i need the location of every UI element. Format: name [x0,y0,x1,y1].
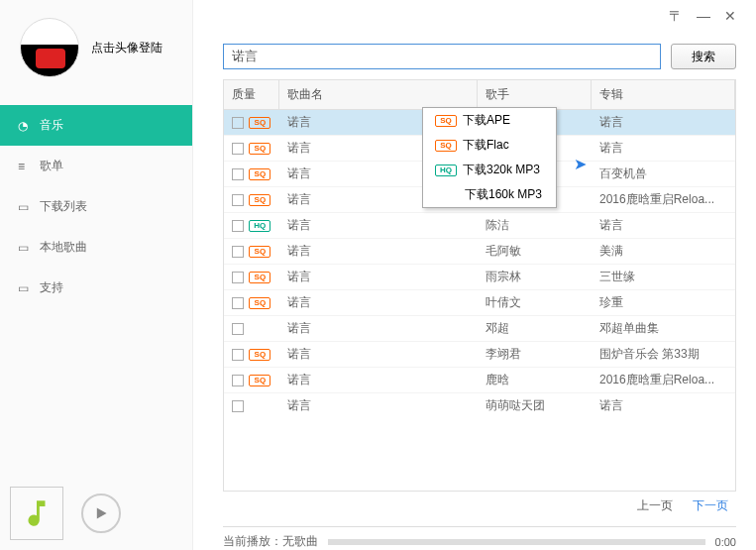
table-row[interactable]: SQ诺言李翊君围炉音乐会 第33期 [224,342,735,368]
table-header: 质量 歌曲名 歌手 专辑 [224,80,735,110]
quality-tag: HQ [435,165,457,176]
nowplay-song: 无歌曲 [282,533,318,550]
col-name[interactable]: 歌曲名 [279,80,478,109]
nav-local[interactable]: ▭本地歌曲 [0,227,192,268]
quality-tag: SQ [249,272,270,283]
prev-page[interactable]: 上一页 [637,497,673,514]
quality-tag: HQ [249,220,270,232]
close-icon[interactable]: ✕ [724,8,736,26]
profile-area: 点击头像登陆 [0,0,192,105]
sidebar: 点击头像登陆 ◔音乐 ≡歌单 ▭下载列表 ▭本地歌曲 ▭支持 [0,0,193,550]
now-playing-bar: 当前播放： 无歌曲 0:00 [223,526,736,550]
checkbox[interactable] [232,117,244,129]
col-singer[interactable]: 歌手 [478,80,592,109]
search-button[interactable]: 搜索 [671,44,736,69]
logo-icon[interactable] [10,487,63,540]
checkbox[interactable] [232,297,244,309]
nav-download[interactable]: ▭下载列表 [0,186,192,227]
login-label[interactable]: 点击头像登陆 [91,40,162,56]
checkbox[interactable] [232,400,244,412]
table-row[interactable]: SQ诺言叶倩文珍重 [224,290,735,316]
col-quality[interactable]: 质量 [224,80,279,109]
checkbox[interactable] [232,168,244,180]
music-icon: ◔ [18,119,32,133]
table-row[interactable]: 诺言萌萌哒天团诺言 [224,393,735,417]
menu-icon[interactable]: 〒 [669,8,683,26]
minimize-icon[interactable]: — [697,8,710,26]
table-row[interactable]: SQ诺言鹿晗2016鹿晗重启Reloa... [224,368,735,393]
search-input[interactable] [223,44,661,69]
quality-tag: SQ [249,246,270,258]
col-album[interactable]: 专辑 [592,80,735,109]
quality-tag: SQ [249,349,270,361]
quality-tag: SQ [249,375,270,386]
support-icon: ▭ [18,281,32,295]
checkbox[interactable] [232,220,244,232]
avatar[interactable] [20,18,79,77]
play-button[interactable] [81,494,121,533]
progress-bar[interactable] [328,539,705,545]
table-row[interactable]: 诺言邓超邓超单曲集 [224,316,735,342]
nav-support[interactable]: ▭支持 [0,268,192,308]
list-icon: ≡ [18,160,32,173]
checkbox[interactable] [232,194,244,206]
checkbox[interactable] [232,323,244,335]
context-menu-item[interactable]: SQ下载APE [423,108,556,133]
checkbox[interactable] [232,246,244,258]
nav: ◔音乐 ≡歌单 ▭下载列表 ▭本地歌曲 ▭支持 [0,105,192,308]
nav-music[interactable]: ◔音乐 [0,105,192,146]
quality-tag: SQ [435,115,457,127]
nav-playlist[interactable]: ≡歌单 [0,146,192,186]
results-table: 质量 歌曲名 歌手 专辑 SQ诺言诺言 SQ诺言诺言 SQ诺言百变机兽 SQ诺言… [223,79,736,492]
quality-tag: SQ [249,297,270,309]
context-menu-item[interactable]: SQ下载Flac [423,133,556,158]
download-icon: ▭ [18,200,32,214]
main-panel: 〒 — ✕ 搜索 质量 歌曲名 歌手 专辑 SQ诺言诺言 SQ诺言诺言 SQ诺言… [193,0,756,550]
next-page[interactable]: 下一页 [693,497,728,514]
nowplay-label: 当前播放： [223,533,282,550]
time-label: 0:00 [715,536,736,548]
pager: 上一页 下一页 [193,492,746,514]
bottom-controls [0,477,192,550]
table-row[interactable]: SQ诺言毛阿敏美满 [224,239,735,265]
titlebar: 〒 — ✕ [193,0,746,26]
table-row[interactable]: SQ诺言雨宗林三世缘 [224,265,735,290]
local-icon: ▭ [18,241,32,255]
quality-tag: SQ [249,117,270,129]
search-row: 搜索 [193,26,746,79]
table-row[interactable]: HQ诺言陈洁诺言 [224,213,735,239]
checkbox[interactable] [232,375,244,386]
checkbox[interactable] [232,143,244,155]
checkbox[interactable] [232,349,244,361]
context-menu-item[interactable]: HQ下载320k MP3 [423,158,556,182]
quality-tag: SQ [435,140,457,152]
context-menu-item[interactable]: 下载160k MP3 [423,182,556,207]
quality-tag: SQ [249,194,270,206]
checkbox[interactable] [232,272,244,283]
quality-tag: SQ [249,143,270,155]
quality-tag: SQ [249,168,270,180]
context-menu: SQ下载APESQ下载FlacHQ下载320k MP3下载160k MP3 [422,107,557,208]
